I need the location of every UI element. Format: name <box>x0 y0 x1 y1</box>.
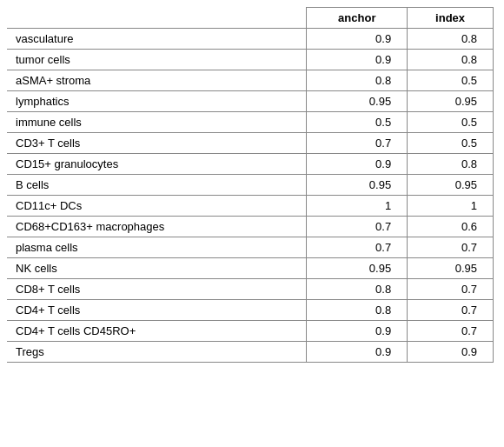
cell-label: CD15+ granulocytes <box>7 154 307 175</box>
table-row: tumor cells0.90.8 <box>7 50 494 70</box>
cell-index: 0.8 <box>408 50 494 70</box>
table-row: plasma cells0.70.7 <box>7 237 494 258</box>
table-row: lymphatics0.950.95 <box>7 91 494 112</box>
cell-anchor: 0.9 <box>307 50 408 70</box>
cell-label: immune cells <box>7 112 307 133</box>
cell-anchor: 0.7 <box>307 237 408 258</box>
col-header-empty <box>7 8 307 29</box>
cell-label: plasma cells <box>7 237 307 258</box>
cell-anchor: 0.8 <box>307 70 408 91</box>
cell-anchor: 0.7 <box>307 133 408 154</box>
cell-index: 0.5 <box>408 70 494 91</box>
table-row: B cells0.950.95 <box>7 175 494 196</box>
cell-index: 0.9 <box>408 342 494 363</box>
table-row: CD68+CD163+ macrophages0.70.6 <box>7 217 494 237</box>
cell-anchor: 0.9 <box>307 321 408 342</box>
cell-anchor: 0.8 <box>307 279 408 300</box>
cell-anchor: 0.95 <box>307 91 408 112</box>
col-header-anchor: anchor <box>307 8 408 29</box>
cell-index: 0.7 <box>408 321 494 342</box>
cell-anchor: 0.95 <box>307 175 408 196</box>
table-row: NK cells0.950.95 <box>7 258 494 279</box>
cell-anchor: 0.7 <box>307 217 408 237</box>
table-row: CD15+ granulocytes0.90.8 <box>7 154 494 175</box>
cell-label: CD3+ T cells <box>7 133 307 154</box>
cell-index: 0.8 <box>408 29 494 50</box>
cell-index: 0.95 <box>408 175 494 196</box>
cell-label: NK cells <box>7 258 307 279</box>
table-row: aSMA+ stroma0.80.5 <box>7 70 494 91</box>
cell-label: lymphatics <box>7 91 307 112</box>
table-row: CD3+ T cells0.70.5 <box>7 133 494 154</box>
cell-index: 0.7 <box>408 300 494 321</box>
cell-label: CD11c+ DCs <box>7 196 307 217</box>
cell-label: vasculature <box>7 29 307 50</box>
table-row: CD8+ T cells0.80.7 <box>7 279 494 300</box>
cell-anchor: 0.9 <box>307 29 408 50</box>
cell-label: CD68+CD163+ macrophages <box>7 217 307 237</box>
cell-label: CD8+ T cells <box>7 279 307 300</box>
cell-label: B cells <box>7 175 307 196</box>
cell-index: 0.5 <box>408 133 494 154</box>
cell-label: CD4+ T cells CD45RO+ <box>7 321 307 342</box>
cell-label: aSMA+ stroma <box>7 70 307 91</box>
table-row: immune cells0.50.5 <box>7 112 494 133</box>
cell-anchor: 0.5 <box>307 112 408 133</box>
cell-index: 0.7 <box>408 237 494 258</box>
cell-anchor: 0.8 <box>307 300 408 321</box>
table-row: Tregs0.90.9 <box>7 342 494 363</box>
cell-anchor: 0.9 <box>307 154 408 175</box>
cell-label: CD4+ T cells <box>7 300 307 321</box>
cell-index: 0.95 <box>408 258 494 279</box>
col-header-index: index <box>408 8 494 29</box>
table-row: CD11c+ DCs11 <box>7 196 494 217</box>
table-row: CD4+ T cells0.80.7 <box>7 300 494 321</box>
table-row: CD4+ T cells CD45RO+0.90.7 <box>7 321 494 342</box>
cell-anchor: 0.95 <box>307 258 408 279</box>
cell-anchor: 1 <box>307 196 408 217</box>
cell-index: 0.6 <box>408 217 494 237</box>
cell-index: 0.5 <box>408 112 494 133</box>
data-table: anchor index vasculature0.90.8tumor cell… <box>7 7 494 363</box>
cell-index: 0.8 <box>408 154 494 175</box>
cell-anchor: 0.9 <box>307 342 408 363</box>
cell-label: tumor cells <box>7 50 307 70</box>
table-row: vasculature0.90.8 <box>7 29 494 50</box>
cell-index: 1 <box>408 196 494 217</box>
cell-index: 0.7 <box>408 279 494 300</box>
cell-index: 0.95 <box>408 91 494 112</box>
cell-label: Tregs <box>7 342 307 363</box>
